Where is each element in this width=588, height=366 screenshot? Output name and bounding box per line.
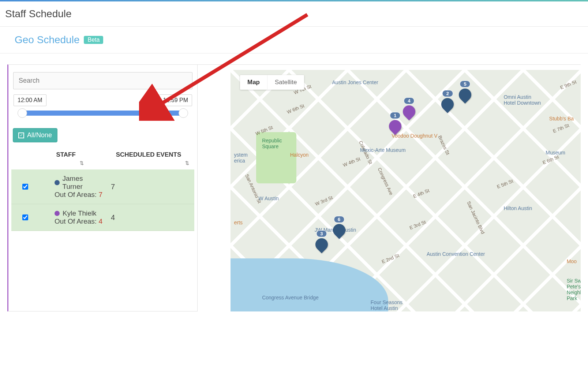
place-label: Hilton Austin [503,205,532,211]
check-square-icon: ✓ [18,132,24,138]
map-type-satellite-button[interactable]: Satellite [267,75,304,90]
slider-track[interactable] [22,111,183,116]
table-row[interactable]: James TurnerOut Of Areas: 77 [11,169,194,204]
th-events[interactable]: SCHEDULED EVENTS ⇅ [104,151,191,158]
sub-title: Geo Schedule [15,34,79,46]
marker-number: 5 [460,81,471,87]
all-none-button[interactable]: ✓ All/None [13,128,57,142]
sort-icon[interactable]: ⇅ [185,160,189,166]
row-checkbox-cell [14,184,36,190]
out-count: 4 [98,217,102,225]
marker-number: 3 [316,230,327,237]
time-start[interactable]: 12:00 AM [14,94,46,106]
marker-pin-icon [313,236,330,253]
table-row[interactable]: Kyle ThielkOut Of Areas: 44 [11,204,194,231]
page-title: Staff Schedule [5,8,583,20]
th-staff[interactable]: STAFF ⇅ [36,151,104,158]
map-type-map-button[interactable]: Map [240,75,267,90]
street-label: Congress Ave [377,167,394,196]
place-label: erts [234,220,243,225]
street-label: E 7th St [552,123,570,134]
staff-panel: 12:00 AM 11:59 PM ✓ All/None STAFF ⇅ SCH… [7,64,198,311]
staff-name: James Turner [63,175,104,191]
out-of-areas-row: Out Of Areas: 7 [55,191,104,199]
place-label: Museum [546,150,565,156]
staff-name-row: James Turner [55,175,104,191]
map-marker[interactable]: 4 [403,105,415,123]
street-label: E 4th St [412,188,430,199]
table-body: James TurnerOut Of Areas: 77Kyle ThielkO… [11,169,194,231]
marker-number: 2 [442,90,453,97]
marker-pin-icon [400,103,418,120]
all-none-label: All/None [27,131,52,139]
street-label: E 2nd St [381,253,400,265]
map-marker[interactable]: 3 [315,238,328,256]
place-label: Moo [567,258,577,264]
table-header-row: STAFF ⇅ SCHEDULED EVENTS ⇅ [11,146,194,169]
row-events-cell: 4 [104,213,191,222]
place-label: Austin Convention Center [427,251,485,257]
place-label: Sir Sw Pete's Neighb Park [567,278,581,301]
staff-table: STAFF ⇅ SCHEDULED EVENTS ⇅ James TurnerO… [11,146,194,231]
marker-pin-icon [439,96,456,113]
staff-name: Kyle Thielk [63,209,97,217]
marker-number: 1 [390,112,400,119]
out-label: Out Of Areas: [55,217,98,225]
row-staff-cell: Kyle ThielkOut Of Areas: 4 [36,209,104,225]
row-checkbox[interactable] [22,214,28,220]
page-header: Staff Schedule [0,1,588,27]
out-of-areas-row: Out Of Areas: 4 [55,217,104,225]
marker-number: 6 [334,216,344,223]
slider-handle-end[interactable] [179,108,188,118]
street-label: San Jacinto Blvd [466,200,486,235]
place-label: ystem erica [234,152,248,164]
search-box [11,72,194,89]
time-slider[interactable] [11,106,194,123]
place-label: W Austin [259,195,279,201]
row-checkbox-cell [14,214,36,220]
th-events-label: SCHEDULED EVENTS [116,151,181,158]
out-label: Out Of Areas: [55,191,98,198]
street-label: E 6th St [542,154,560,165]
street-label: E 9th St [559,79,577,90]
sort-icon[interactable]: ⇅ [80,160,84,166]
map-marker[interactable]: 2 [441,98,454,116]
map-water [231,258,388,311]
sub-header: Geo Schedule Beta [0,27,588,53]
th-checkbox [14,151,36,158]
map-panel: Map Satellite W 7th StW 6th StW 5th StW … [198,64,581,311]
row-staff-cell: James TurnerOut Of Areas: 7 [36,175,104,199]
place-label: Mexic-Arte Museum [360,147,405,153]
out-count: 7 [98,191,102,198]
staff-color-dot [55,211,60,216]
map-marker[interactable]: 5 [459,89,471,106]
beta-badge: Beta [84,36,103,44]
street-label: Brazos St [437,135,451,156]
street-label: W 3rd St [314,195,334,207]
content-area: 12:00 AM 11:59 PM ✓ All/None STAFF ⇅ SCH… [0,53,588,311]
map-park [256,132,296,183]
th-staff-label: STAFF [56,151,76,158]
map-marker[interactable]: 6 [333,224,345,242]
search-input[interactable] [13,72,192,89]
time-end[interactable]: 11:59 PM [159,94,192,106]
marker-pin-icon [386,117,404,135]
place-label: Stubb's Ba [549,116,574,122]
staff-color-dot [55,180,60,185]
place-label: Omni Austin Hotel Downtown [503,94,541,106]
marker-number: 4 [404,97,414,104]
staff-name-row: Kyle Thielk [55,209,104,217]
map-canvas[interactable]: Map Satellite W 7th StW 6th StW 5th StW … [231,70,581,311]
time-range-row: 12:00 AM 11:59 PM [11,94,194,106]
map-type-control: Map Satellite [240,75,304,90]
marker-pin-icon [456,86,474,104]
row-events-cell: 7 [104,183,191,191]
street-label: E 3rd St [409,219,427,231]
row-checkbox[interactable] [22,184,28,190]
street-label: W 4th St [342,156,361,168]
map-marker[interactable]: 1 [389,120,401,138]
street-label: W 6th St [286,103,305,115]
street-label: E 5th St [496,178,514,189]
place-label: Austin Jones Center [332,79,378,85]
slider-handle-start[interactable] [18,108,27,118]
